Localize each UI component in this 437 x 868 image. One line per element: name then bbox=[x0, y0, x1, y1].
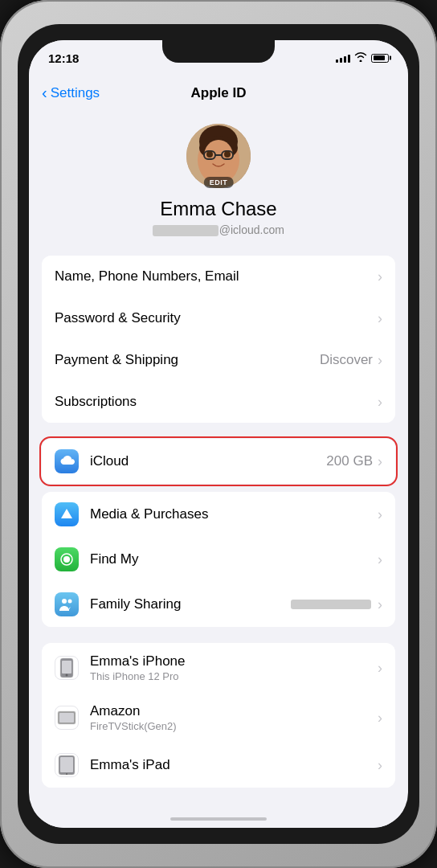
amazon-device-icon bbox=[55, 706, 79, 730]
subscriptions-row[interactable]: Subscriptions › bbox=[42, 381, 395, 423]
phone-frame: 12:18 bbox=[0, 0, 437, 868]
amazon-info: Amazon FireTVStick(Gen2) bbox=[90, 703, 378, 732]
back-button[interactable]: ‹ Settings bbox=[42, 84, 100, 102]
profile-email: @icloud.com bbox=[153, 223, 284, 236]
svg-point-10 bbox=[63, 556, 70, 563]
battery-fill bbox=[374, 55, 385, 60]
battery-icon bbox=[371, 54, 389, 63]
notch bbox=[162, 40, 275, 63]
payment-shipping-row[interactable]: Payment & Shipping Discover › bbox=[42, 339, 395, 381]
subscriptions-label: Subscriptions bbox=[55, 394, 378, 410]
name-phone-chevron-icon: › bbox=[378, 268, 382, 285]
home-indicator bbox=[170, 817, 267, 821]
back-chevron-icon: ‹ bbox=[42, 84, 47, 102]
iphone-device-icon bbox=[55, 656, 79, 680]
email-suffix: @icloud.com bbox=[219, 223, 284, 236]
svg-rect-18 bbox=[59, 713, 74, 723]
svg-point-13 bbox=[68, 600, 72, 604]
nav-bar: ‹ Settings Apple ID bbox=[29, 76, 408, 111]
password-security-chevron-icon: › bbox=[378, 310, 382, 327]
status-bar: 12:18 bbox=[29, 40, 408, 76]
amazon-row[interactable]: Amazon FireTVStick(Gen2) › bbox=[42, 693, 395, 743]
findmy-row[interactable]: Find My › bbox=[42, 537, 395, 582]
back-label: Settings bbox=[51, 85, 100, 101]
signal-icon bbox=[336, 53, 350, 63]
password-security-label: Password & Security bbox=[55, 310, 378, 326]
iphone-sublabel: This iPhone 12 Pro bbox=[90, 670, 378, 682]
media-purchases-icon bbox=[55, 502, 79, 526]
ipad-device-icon bbox=[55, 753, 79, 777]
subscriptions-chevron-icon: › bbox=[378, 394, 382, 411]
profile-section: EDIT Emma Chase @icloud.com bbox=[29, 111, 408, 256]
bottom-spacer bbox=[29, 804, 408, 810]
svg-rect-15 bbox=[62, 661, 71, 674]
devices-group: Emma's iPhone This iPhone 12 Pro › bbox=[42, 643, 395, 788]
icloud-label: iCloud bbox=[90, 453, 326, 469]
ipad-name: Emma's iPad bbox=[90, 757, 378, 773]
payment-shipping-chevron-icon: › bbox=[378, 352, 382, 369]
family-sharing-chevron-icon: › bbox=[378, 596, 382, 613]
phone-inner: 12:18 bbox=[18, 24, 419, 844]
settings-group-2: Media & Purchases › Find My › bbox=[42, 492, 395, 627]
iphone-name: Emma's iPhone bbox=[90, 653, 378, 669]
avatar-container[interactable]: EDIT bbox=[186, 124, 251, 188]
scroll-content[interactable]: EDIT Emma Chase @icloud.com Name, Phone … bbox=[29, 111, 408, 810]
family-sharing-row[interactable]: Family Sharing › bbox=[42, 582, 395, 627]
status-time: 12:18 bbox=[48, 51, 79, 65]
media-purchases-label: Media & Purchases bbox=[90, 506, 378, 522]
payment-shipping-label: Payment & Shipping bbox=[55, 352, 320, 368]
family-blur bbox=[291, 600, 371, 609]
wifi-icon bbox=[354, 51, 367, 64]
icloud-chevron-icon: › bbox=[378, 453, 382, 470]
emmas-ipad-row[interactable]: Emma's iPad › bbox=[42, 743, 395, 788]
svg-point-9 bbox=[224, 151, 231, 158]
svg-point-8 bbox=[206, 151, 213, 158]
edit-badge: EDIT bbox=[204, 177, 234, 188]
iphone-chevron-icon: › bbox=[378, 660, 382, 677]
screen: 12:18 bbox=[29, 40, 408, 828]
status-icons bbox=[336, 51, 389, 64]
settings-group-1: Name, Phone Numbers, Email › Password & … bbox=[42, 256, 395, 423]
amazon-sublabel: FireTVStick(Gen2) bbox=[90, 720, 378, 732]
name-phone-label: Name, Phone Numbers, Email bbox=[55, 268, 378, 285]
icloud-value: 200 GB bbox=[326, 453, 373, 469]
findmy-label: Find My bbox=[90, 551, 378, 567]
amazon-name: Amazon bbox=[90, 703, 378, 719]
home-indicator-bar bbox=[29, 810, 408, 828]
name-phone-row[interactable]: Name, Phone Numbers, Email › bbox=[42, 256, 395, 297]
media-purchases-row[interactable]: Media & Purchases › bbox=[42, 492, 395, 537]
findmy-chevron-icon: › bbox=[378, 551, 382, 568]
amazon-chevron-icon: › bbox=[378, 710, 382, 727]
iphone-info: Emma's iPhone This iPhone 12 Pro bbox=[90, 653, 378, 682]
icloud-row[interactable]: iCloud 200 GB › bbox=[42, 439, 395, 484]
profile-name: Emma Chase bbox=[160, 198, 276, 220]
svg-rect-20 bbox=[60, 757, 73, 772]
page-title: Apple ID bbox=[191, 85, 247, 101]
ipad-info: Emma's iPad bbox=[90, 757, 378, 773]
payment-shipping-value: Discover bbox=[320, 352, 373, 368]
family-sharing-icon bbox=[55, 592, 79, 616]
emmas-iphone-row[interactable]: Emma's iPhone This iPhone 12 Pro › bbox=[42, 643, 395, 693]
findmy-icon bbox=[55, 547, 79, 571]
icloud-group: iCloud 200 GB › bbox=[42, 439, 395, 484]
email-blur bbox=[153, 225, 218, 236]
family-sharing-label: Family Sharing bbox=[90, 596, 291, 612]
svg-point-21 bbox=[66, 773, 67, 775]
password-security-row[interactable]: Password & Security › bbox=[42, 297, 395, 339]
ipad-chevron-icon: › bbox=[378, 757, 382, 774]
media-purchases-chevron-icon: › bbox=[378, 506, 382, 523]
svg-point-16 bbox=[66, 674, 68, 677]
svg-point-12 bbox=[62, 599, 67, 604]
icloud-icon bbox=[55, 449, 79, 473]
